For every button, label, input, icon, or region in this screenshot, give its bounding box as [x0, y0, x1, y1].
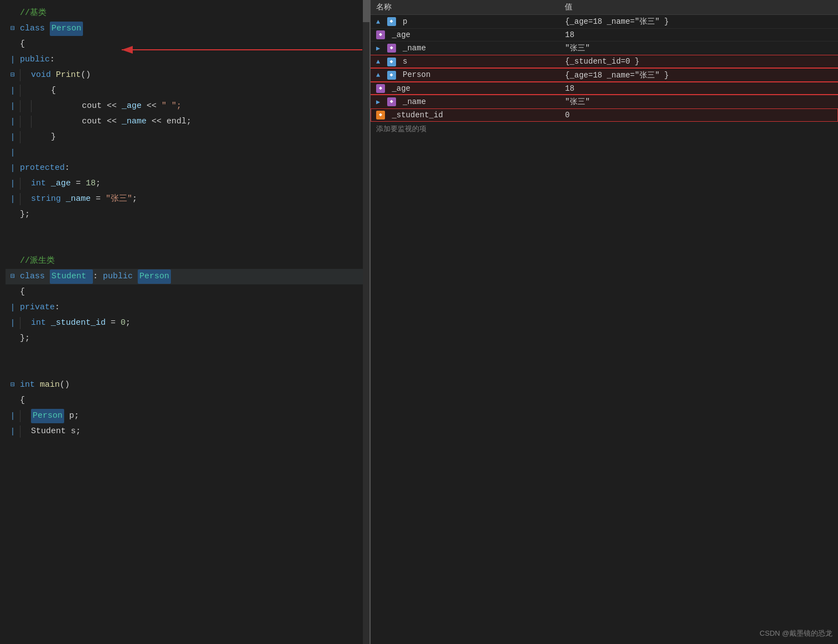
table-row-s-name[interactable]: ▶ ◆ _name "张三" [371, 95, 838, 108]
code-line-11: | protected: [6, 160, 369, 176]
code-line-22: }; [6, 331, 369, 346]
table-row-s-person[interactable]: ▲ ◆ Person {_age=18 _name="张三" } [371, 68, 838, 82]
var-icon-name-p: ◆ [387, 44, 396, 53]
scroll-thumb[interactable] [363, 0, 369, 22]
code-line-14: }; [6, 207, 369, 222]
expand-icon-person-s[interactable]: ▲ [376, 71, 380, 79]
code-line-24 [6, 362, 369, 377]
debug-panel: 名称 值 ▲ ◆ p {_age=18 _name="张三" } ◆ _age [371, 0, 838, 644]
expand-icon-name-p[interactable]: ▶ [376, 45, 380, 53]
scrollbar[interactable] [363, 0, 369, 644]
var-name-s-name: ▶ ◆ _name [371, 95, 559, 108]
watermark: CSDN @戴墨镜的恐龙 [759, 629, 832, 638]
code-line-23 [6, 346, 369, 362]
code-line-6: | { [6, 83, 369, 98]
var-value-p-age: 18 [559, 29, 838, 41]
table-row-s-studentid[interactable]: ◆ _student_id 0 [371, 108, 838, 121]
class-person-inst: Person [31, 409, 64, 423]
var-value-p: {_age=18 _name="张三" } [559, 15, 838, 29]
var-value-s: {_student_id=0 } [559, 55, 838, 68]
code-line-27: | Person p; [6, 408, 369, 424]
code-line-13: | string _name = "张三"; [6, 191, 369, 207]
var-icon-age-s: ◆ [376, 84, 385, 93]
code-line-18: ⊟ class Student : public Person [6, 269, 369, 284]
access-public: public [20, 53, 50, 66]
type-int-main: int [20, 378, 40, 392]
var-icon-p: ◆ [387, 17, 396, 26]
collapse-btn-25[interactable]: ⊟ [8, 380, 18, 391]
var-name-s-person: ▲ ◆ Person [371, 68, 559, 82]
code-line-15 [6, 222, 369, 238]
var-value-s-age: 18 [559, 82, 838, 95]
code-line-20: | private: [6, 300, 369, 315]
code-line-9: | } [6, 129, 369, 145]
var-value-s-name: "张三" [559, 95, 838, 108]
var-name-p: ▲ ◆ p [371, 15, 559, 29]
collapse-btn-18[interactable]: ⊟ [8, 271, 18, 283]
var-icon-name-s: ◆ [387, 97, 396, 106]
type-string: string [31, 193, 61, 206]
code-line-16 [6, 238, 369, 253]
var-name-s-studentid: ◆ _student_id [371, 108, 559, 121]
col-name: 名称 [371, 0, 559, 15]
keyword-class-2: class [20, 270, 50, 283]
func-print: Print [56, 69, 81, 82]
keyword-class: class [20, 22, 50, 35]
keyword-public-2: public [103, 270, 138, 283]
comment-1: //基类 [20, 7, 46, 20]
class-person-ref: Person [138, 269, 171, 284]
code-line-28: | Student s; [6, 424, 369, 439]
add-watch-item[interactable]: 添加要监视的项 [371, 122, 838, 136]
var-value-p-name: "张三" [559, 41, 838, 55]
code-line-21: | int _student_id = 0; [6, 315, 369, 331]
code-line-25: ⊟ int main() [6, 377, 369, 393]
var-value-s-person: {_age=18 _name="张三" } [559, 68, 838, 82]
var-name-p-name: ▶ ◆ _name [371, 41, 559, 55]
col-value: 值 [559, 0, 838, 15]
expand-icon-p[interactable]: ▲ [376, 18, 380, 26]
comment-derived: //派生类 [20, 255, 55, 268]
brace-open: { [20, 38, 25, 51]
watch-table: 名称 值 ▲ ◆ p {_age=18 _name="张三" } ◆ _age [371, 0, 838, 122]
class-student: Student [50, 269, 93, 284]
expand-icon-s[interactable]: ▲ [376, 58, 380, 66]
type-void: void [31, 69, 56, 82]
code-line-3: { [6, 37, 369, 52]
code-editor: //基类 ⊟ class Person { | public: ⊟ void P… [0, 0, 371, 644]
table-row-p[interactable]: ▲ ◆ p {_age=18 _name="张三" } [371, 15, 838, 29]
code-line-4: | public: [6, 52, 369, 67]
type-int-student: int [31, 316, 46, 330]
var-name-p-age: ◆ _age [371, 29, 559, 41]
code-line-10: | [6, 145, 369, 160]
table-row-s-age[interactable]: ◆ _age 18 [371, 82, 838, 95]
code-line-19: { [6, 284, 369, 300]
var-name-s: ▲ ◆ s [371, 55, 559, 68]
var-icon-person-s: ◆ [387, 71, 396, 80]
var-icon-age: ◆ [376, 30, 385, 39]
student-inst: Student s; [31, 425, 81, 438]
table-row-p-name[interactable]: ▶ ◆ _name "张三" [371, 41, 838, 55]
expand-icon-name-s[interactable]: ▶ [376, 98, 380, 106]
code-line-1: //基类 [6, 6, 369, 21]
code-line-8: | cout << _name << endl; [6, 114, 369, 129]
code-line-26: { [6, 393, 369, 408]
table-row-p-age[interactable]: ◆ _age 18 [371, 29, 838, 41]
var-name-s-age: ◆ _age [371, 82, 559, 95]
code-line-7: | cout << _age << " "; [6, 98, 369, 114]
access-protected: protected [20, 162, 65, 175]
code-line-17: //派生类 [6, 253, 369, 269]
class-person: Person [50, 22, 83, 36]
func-main: main [40, 378, 60, 392]
var-icon-s: ◆ [387, 58, 396, 66]
code-line-2: ⊟ class Person [6, 21, 369, 37]
collapse-btn-5[interactable]: ⊟ [8, 70, 18, 81]
code-content: //基类 ⊟ class Person { | public: ⊟ void P… [0, 0, 369, 445]
var-icon-studentid: ◆ [376, 111, 385, 120]
type-int-age: int [31, 177, 46, 190]
table-row-s[interactable]: ▲ ◆ s {_student_id=0 } [371, 55, 838, 68]
collapse-btn-2[interactable]: ⊟ [8, 23, 18, 35]
var-value-s-studentid: 0 [559, 108, 838, 121]
code-line-5: ⊟ void Print() [6, 67, 369, 83]
access-private: private [20, 301, 55, 314]
code-line-12: | int _age = 18; [6, 176, 369, 191]
